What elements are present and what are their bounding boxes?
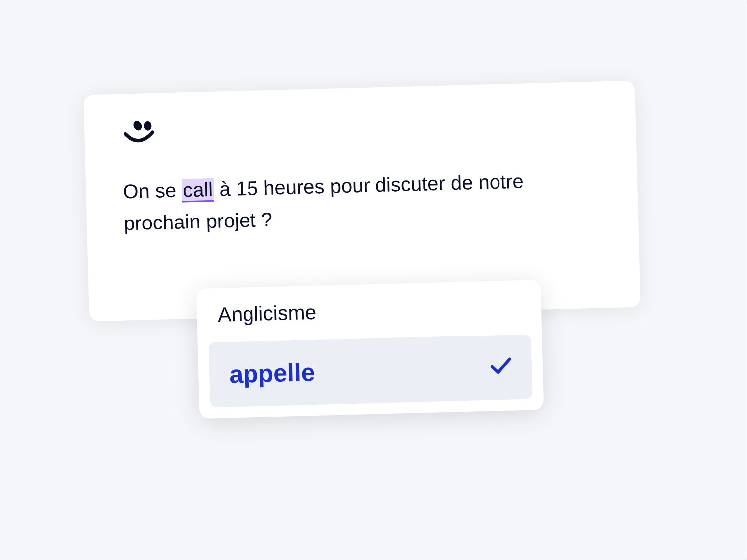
- suggestion-popup: Anglicisme appelle: [196, 280, 544, 419]
- suggestion-category-label: Anglicisme: [207, 295, 530, 327]
- suggestion-option[interactable]: appelle: [209, 335, 533, 408]
- sentence-before: On se: [123, 179, 182, 202]
- check-icon: [490, 357, 512, 378]
- editor-text[interactable]: On se call à 15 heures pour discuter de …: [123, 163, 602, 239]
- flagged-word[interactable]: call: [182, 178, 214, 203]
- svg-point-0: [132, 120, 143, 132]
- svg-point-1: [144, 121, 151, 131]
- suggestion-replacement-text: appelle: [229, 358, 315, 389]
- logo-smile-icon: [122, 109, 599, 148]
